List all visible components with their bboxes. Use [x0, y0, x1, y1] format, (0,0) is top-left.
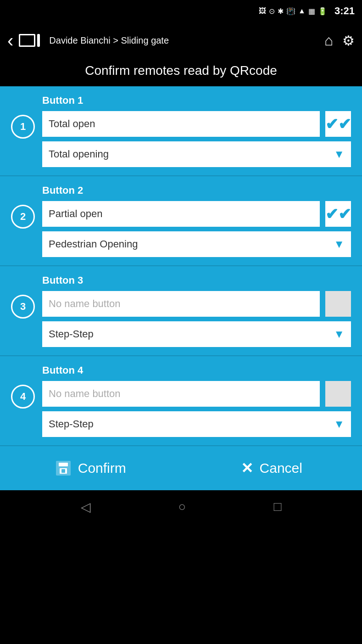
- svg-rect-3: [61, 469, 65, 473]
- back-button[interactable]: ‹: [7, 31, 13, 50]
- dropdown-arrow-icon-1: ▼: [334, 148, 345, 161]
- circle-icon: ⊙: [269, 7, 275, 16]
- cancel-icon: ✕: [241, 459, 253, 477]
- button-section-2: 2Button 2✔Pedestrian Opening▼: [0, 176, 362, 266]
- cancel-button[interactable]: ✕ Cancel: [181, 446, 362, 490]
- circle-badge-3: 3: [11, 295, 35, 319]
- name-input-1[interactable]: [42, 111, 320, 137]
- name-input-3[interactable]: [42, 291, 320, 317]
- checkbox-2[interactable]: ✔: [325, 201, 351, 227]
- dropdown-arrow-icon-4: ▼: [334, 418, 345, 431]
- dropdown-arrow-icon-3: ▼: [334, 328, 345, 341]
- vibrate-icon: 📳: [286, 7, 295, 16]
- dropdown-label-1: Total opening: [49, 148, 334, 160]
- cancel-label: Cancel: [260, 460, 302, 476]
- dropdown-1[interactable]: Total opening▼: [42, 141, 351, 167]
- image-icon: 🖼: [259, 7, 266, 15]
- bottom-bar: Confirm ✕ Cancel: [0, 446, 362, 490]
- battery-icon: 🔋: [318, 7, 327, 16]
- circle-badge-1: 1: [11, 115, 35, 139]
- android-nav-bar: ◁ ○ □: [0, 490, 362, 523]
- scroll-area[interactable]: 1Button 1✔Total opening▼2Button 2✔Pedest…: [0, 86, 362, 446]
- confirm-button[interactable]: Confirm: [0, 446, 181, 490]
- checkbox-4[interactable]: [325, 381, 351, 407]
- main-content: 1Button 1✔Total opening▼2Button 2✔Pedest…: [0, 86, 362, 446]
- dropdown-2[interactable]: Pedestrian Opening▼: [42, 231, 351, 257]
- section-label-3: Button 3: [42, 274, 351, 286]
- signal-icon: ▦: [308, 7, 315, 16]
- dropdown-label-2: Pedestrian Opening: [49, 238, 334, 250]
- status-time: 3:21: [334, 5, 355, 17]
- nav-bar: ‹ Davide Bianchi > Sliding gate ⌂ ⚙: [0, 22, 362, 59]
- breadcrumb: Davide Bianchi > Sliding gate: [49, 35, 318, 46]
- dropdown-label-3: Step-Step: [49, 328, 334, 340]
- checkbox-1[interactable]: ✔: [325, 111, 351, 137]
- square-icon: [19, 34, 35, 47]
- dropdown-label-4: Step-Step: [49, 418, 334, 430]
- button-section-1: 1Button 1✔Total opening▼: [0, 86, 362, 176]
- status-icons: 🖼 ⊙ ✱ 📳 ▲ ▦ 🔋: [259, 7, 327, 16]
- home-button[interactable]: ⌂: [324, 32, 333, 49]
- circle-badge-4: 4: [11, 385, 35, 409]
- dropdown-arrow-icon-2: ▼: [334, 238, 345, 251]
- dropdown-4[interactable]: Step-Step▼: [42, 411, 351, 437]
- dropdown-3[interactable]: Step-Step▼: [42, 321, 351, 347]
- bluetooth-icon: ✱: [278, 7, 284, 16]
- wifi-icon: ▲: [298, 7, 306, 15]
- checkbox-3[interactable]: [325, 291, 351, 317]
- android-recents-button[interactable]: □: [274, 499, 282, 514]
- android-back-button[interactable]: ◁: [81, 499, 91, 515]
- line-icon: [37, 34, 40, 47]
- circle-badge-2: 2: [11, 205, 35, 229]
- app-icon: [19, 34, 40, 47]
- save-icon: [55, 460, 72, 476]
- status-bar: 🖼 ⊙ ✱ 📳 ▲ ▦ 🔋 3:21: [0, 0, 362, 22]
- button-section-4: 4Button 4Step-Step▼: [0, 356, 362, 446]
- svg-rect-1: [59, 463, 68, 466]
- settings-button[interactable]: ⚙: [342, 33, 355, 49]
- confirm-label: Confirm: [78, 460, 126, 476]
- name-input-4[interactable]: [42, 381, 320, 407]
- section-label-4: Button 4: [42, 364, 351, 376]
- section-label-1: Button 1: [42, 95, 351, 106]
- section-label-2: Button 2: [42, 185, 351, 196]
- page-title: Confirm remotes read by QRcode: [0, 59, 362, 86]
- android-home-button[interactable]: ○: [178, 499, 186, 514]
- button-section-3: 3Button 3Step-Step▼: [0, 266, 362, 356]
- name-input-2[interactable]: [42, 201, 320, 227]
